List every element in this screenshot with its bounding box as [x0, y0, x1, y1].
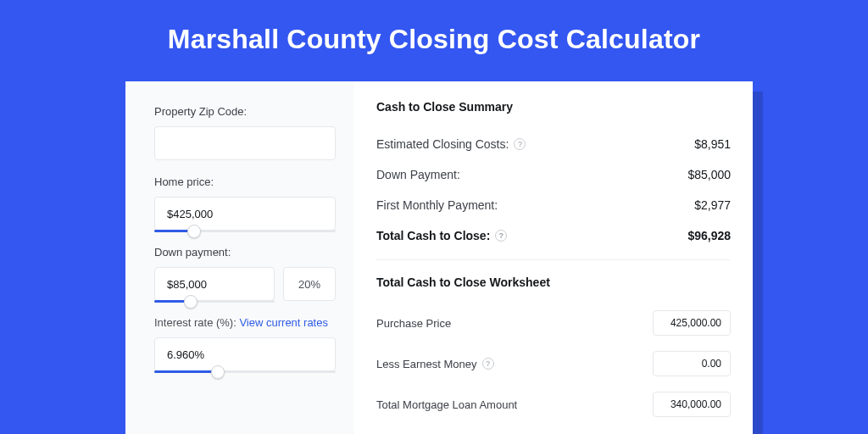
interest-field: Interest rate (%): View current rates [154, 316, 336, 371]
interest-label: Interest rate (%): [154, 316, 236, 329]
down-payment-field: Down payment: 20% [154, 246, 336, 301]
summary-row: Estimated Closing Costs: ? $8,951 [376, 129, 731, 159]
worksheet-row-label: Purchase Price [376, 317, 451, 330]
worksheet-row-value[interactable]: 340,000.00 [653, 392, 731, 417]
worksheet-row: Purchase Price 425,000.00 [376, 303, 731, 343]
slider-thumb[interactable] [187, 225, 201, 238]
home-price-field: Home price: [154, 175, 336, 231]
home-price-label: Home price: [154, 175, 336, 188]
worksheet-title: Total Cash to Close Worksheet [376, 275, 731, 289]
summary-total-label: Total Cash to Close: [376, 229, 490, 242]
help-icon[interactable]: ? [482, 358, 494, 370]
worksheet-row: Total Mortgage Loan Amount 340,000.00 [376, 384, 731, 425]
summary-row-value: $85,000 [687, 168, 731, 181]
slider-thumb[interactable] [211, 365, 225, 379]
home-price-slider[interactable] [154, 197, 336, 231]
worksheet-row-value[interactable]: 425,000.00 [653, 310, 731, 336]
interest-slider[interactable] [154, 337, 336, 371]
summary-total-row: Total Cash to Close: ? $96,928 [376, 220, 731, 251]
summary-row-label: First Monthly Payment: [376, 198, 498, 212]
worksheet-row-label: Less Earnest Money [376, 358, 477, 370]
summary-row-label: Estimated Closing Costs: [376, 137, 509, 151]
zip-label: Property Zip Code: [154, 105, 336, 118]
worksheet: Total Cash to Close Worksheet Purchase P… [376, 259, 731, 425]
input-panel: Property Zip Code: Home price: Down paym… [125, 81, 354, 434]
worksheet-row-value[interactable]: 0.00 [653, 351, 731, 376]
slider-thumb[interactable] [184, 295, 198, 309]
worksheet-row: Less Earnest Money ? 0.00 [376, 343, 731, 384]
zip-input[interactable] [154, 126, 336, 160]
summary-title: Cash to Close Summary [376, 100, 731, 114]
summary-total-value: $96,928 [687, 229, 731, 242]
summary-row-value: $2,977 [694, 198, 731, 212]
summary-row-value: $8,951 [694, 137, 731, 151]
down-payment-pct[interactable]: 20% [283, 267, 336, 301]
worksheet-row-label: Total Mortgage Loan Amount [376, 398, 517, 411]
down-payment-slider[interactable] [154, 267, 275, 301]
results-panel: Cash to Close Summary Estimated Closing … [354, 81, 753, 434]
slider-fill [154, 370, 218, 373]
summary-row: Down Payment: $85,000 [376, 159, 731, 190]
help-icon[interactable]: ? [495, 230, 507, 242]
zip-field: Property Zip Code: [154, 105, 336, 160]
view-rates-link[interactable]: View current rates [239, 316, 328, 329]
home-price-input[interactable] [154, 197, 336, 231]
page-title: Marshall County Closing Cost Calculator [0, 0, 868, 74]
help-icon[interactable]: ? [514, 138, 526, 150]
down-payment-input[interactable] [154, 267, 275, 301]
summary-row: First Monthly Payment: $2,977 [376, 190, 731, 220]
summary-row-label: Down Payment: [376, 168, 460, 181]
down-payment-label: Down payment: [154, 246, 336, 259]
calculator-card: Property Zip Code: Home price: Down paym… [125, 81, 753, 434]
interest-input[interactable] [154, 337, 336, 371]
